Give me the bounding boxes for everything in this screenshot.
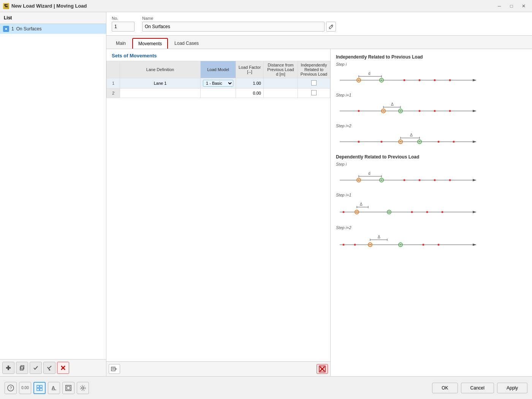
svg-point-82 bbox=[442, 211, 443, 213]
no-field-group: No. bbox=[112, 16, 135, 32]
svg-marker-56 bbox=[473, 179, 477, 181]
svg-point-93 bbox=[343, 244, 345, 246]
svg-point-108 bbox=[80, 385, 86, 391]
svg-marker-84 bbox=[473, 244, 477, 246]
diagram-step-i1-dep: Step i+1 Δ bbox=[336, 193, 527, 221]
independently-2[interactable] bbox=[298, 89, 330, 98]
svg-rect-106 bbox=[67, 386, 70, 390]
diagram-ind-step-i-svg: d bbox=[336, 68, 477, 87]
delete-button[interactable] bbox=[57, 362, 69, 374]
name-input[interactable] bbox=[142, 22, 325, 32]
layers-button[interactable] bbox=[62, 382, 74, 394]
table-delete-button[interactable] bbox=[317, 364, 328, 374]
independently-title: Independently Related to Previous Load bbox=[336, 54, 527, 60]
svg-point-24 bbox=[419, 79, 421, 81]
svg-point-64 bbox=[381, 179, 382, 181]
load-factor-1[interactable] bbox=[236, 78, 264, 89]
list-header: List bbox=[0, 12, 106, 24]
maximize-button[interactable]: □ bbox=[506, 2, 517, 10]
svg-point-51 bbox=[358, 141, 360, 143]
svg-text:Δ: Δ bbox=[410, 133, 413, 137]
cancel-button[interactable]: Cancel bbox=[461, 383, 494, 393]
ok-button[interactable]: OK bbox=[432, 383, 458, 393]
svg-rect-7 bbox=[111, 367, 115, 371]
list-item-label: On Surfaces bbox=[16, 26, 42, 32]
settings-button[interactable] bbox=[77, 382, 89, 394]
copy-icon bbox=[19, 365, 25, 370]
step-i2-dep-label: Step i+2 bbox=[336, 225, 527, 230]
svg-point-20 bbox=[358, 79, 359, 81]
no-input[interactable] bbox=[112, 22, 135, 32]
svg-point-79 bbox=[343, 211, 345, 213]
svg-point-34 bbox=[383, 110, 384, 112]
title-bar: 🏗 New Load Wizard | Moving Load ─ □ ✕ bbox=[0, 0, 532, 12]
svg-text:Δ: Δ bbox=[378, 235, 380, 239]
main-container: List ■ 1 On Surfaces bbox=[0, 12, 532, 399]
value-button[interactable]: 0.00 bbox=[19, 382, 31, 394]
left-toolbar bbox=[0, 359, 106, 376]
bottom-buttons: OK Cancel Apply bbox=[432, 383, 527, 393]
help-button[interactable]: ? bbox=[5, 382, 17, 394]
layers-icon bbox=[65, 385, 72, 391]
list-items: ■ 1 On Surfaces bbox=[0, 24, 106, 359]
independently-1[interactable] bbox=[298, 78, 330, 89]
svg-point-76 bbox=[356, 211, 358, 213]
svg-marker-42 bbox=[473, 141, 477, 143]
bottom-icons: ? 0.00 A bbox=[5, 382, 89, 394]
grid-button[interactable] bbox=[33, 382, 46, 394]
svg-text:?: ? bbox=[10, 386, 12, 390]
content-split: Sets of Movements Lane Definition Load M… bbox=[106, 49, 532, 376]
tag-icon: A bbox=[51, 385, 57, 391]
content-area: List ■ 1 On Surfaces bbox=[0, 12, 532, 376]
svg-point-23 bbox=[404, 79, 405, 81]
grid-icon bbox=[36, 385, 43, 391]
delete-icon bbox=[60, 365, 66, 370]
minimize-button[interactable]: ─ bbox=[494, 2, 505, 10]
app-icon: 🏗 bbox=[3, 3, 9, 9]
apply-button[interactable]: Apply bbox=[497, 383, 527, 393]
svg-point-39 bbox=[434, 110, 436, 112]
load-factor-input-1[interactable] bbox=[238, 81, 261, 86]
tab-load-cases[interactable]: Load Cases bbox=[169, 38, 204, 49]
diagram-dep-step-i1-svg: Δ bbox=[336, 199, 477, 220]
check-down-icon bbox=[47, 365, 52, 370]
load-model-select-1[interactable]: 1 - Basic bbox=[203, 80, 233, 87]
col-model: Load Model bbox=[201, 61, 236, 78]
svg-point-26 bbox=[449, 79, 451, 81]
diagram-area: Independently Related to Previous Load S… bbox=[331, 49, 532, 376]
svg-text:d: d bbox=[368, 71, 370, 76]
svg-point-25 bbox=[434, 79, 436, 81]
svg-rect-1 bbox=[6, 367, 11, 369]
tab-main[interactable]: Main bbox=[110, 38, 131, 49]
list-item[interactable]: ■ 1 On Surfaces bbox=[0, 24, 106, 34]
svg-rect-2 bbox=[20, 367, 23, 370]
bottom-bar: ? 0.00 A bbox=[0, 376, 532, 399]
tag-button[interactable]: A bbox=[48, 382, 60, 394]
edit-name-button[interactable] bbox=[326, 22, 336, 32]
svg-point-67 bbox=[434, 179, 436, 181]
top-fields: No. Name bbox=[106, 12, 532, 36]
svg-point-48 bbox=[400, 141, 401, 142]
svg-text:Δ: Δ bbox=[360, 202, 363, 206]
svg-point-38 bbox=[419, 110, 421, 112]
load-factor-2[interactable] bbox=[236, 89, 264, 98]
tab-movements[interactable]: Movements bbox=[132, 38, 168, 49]
table-action-button[interactable] bbox=[109, 364, 120, 374]
add-button[interactable] bbox=[2, 362, 14, 374]
copy-button[interactable] bbox=[16, 362, 28, 374]
svg-marker-14 bbox=[473, 79, 477, 81]
help-icon: ? bbox=[7, 385, 14, 391]
load-factor-input-2[interactable] bbox=[238, 91, 261, 95]
table-area: Sets of Movements Lane Definition Load M… bbox=[106, 49, 331, 376]
svg-rect-101 bbox=[37, 388, 39, 391]
close-button[interactable]: ✕ bbox=[518, 2, 529, 10]
load-model-1[interactable]: 1 - Basic bbox=[201, 78, 236, 89]
independently-checkbox-2[interactable] bbox=[311, 90, 317, 95]
svg-point-90 bbox=[369, 244, 371, 245]
independently-checkbox-1[interactable] bbox=[311, 80, 317, 86]
table-bottom-bar bbox=[106, 361, 330, 376]
col-lane: Lane Definition bbox=[120, 61, 201, 78]
check-button[interactable] bbox=[30, 362, 42, 374]
lane-def-2 bbox=[120, 89, 201, 98]
check-down-button[interactable] bbox=[43, 362, 55, 374]
